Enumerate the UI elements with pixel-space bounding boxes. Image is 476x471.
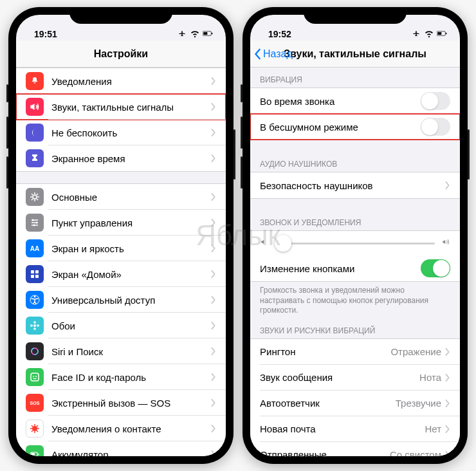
settings-row-battery[interactable]: Аккумулятор [16,441,226,456]
sounds-settings[interactable]: ВИБРАЦИЯВо время звонкаВ бесшумном режим… [250,68,460,456]
row-value: Отражение [390,346,441,357]
chevron-right-icon [211,373,216,381]
row-label: Siri и Поиск [51,346,211,357]
moon-icon [26,124,44,142]
page-title: Настройки [94,48,148,60]
row-label: Уведомления о контакте [51,423,211,434]
row-label: Основные [51,192,211,203]
volume-slider-row[interactable] [250,231,460,255]
row-label: Изменение кнопками [260,263,421,274]
notch [69,7,172,24]
settings-row-display[interactable]: AAЭкран и яркость [16,236,226,261]
svg-rect-27 [38,454,39,455]
row-value: Со свистом [390,449,441,456]
settings-row-exposure[interactable]: Уведомления о контакте [16,416,226,441]
volume-slider[interactable] [275,243,435,245]
chevron-right-icon [211,270,216,278]
svg-rect-9 [35,270,39,273]
speaker-high-icon [441,237,450,249]
chevron-right-icon [211,77,216,85]
phone-left: 19:51 Настройки УведомленияЗвуки, тактил… [8,7,233,464]
row-ringtone[interactable]: РингтонОтражение [250,339,460,365]
row-sent-mail[interactable]: ОтправленныеСо свистом [250,442,460,456]
row-value: Нет [425,423,441,434]
toggle-switch[interactable] [421,259,450,277]
row-label: Аккумулятор [51,449,211,457]
speaker-icon [26,98,44,116]
svg-point-25 [32,426,37,431]
chevron-right-icon [445,348,450,356]
back-button[interactable]: Назад [254,48,293,60]
face-icon [26,368,44,386]
chevron-right-icon [211,296,216,304]
settings-row-controlcenter[interactable]: Пункт управления [16,210,226,236]
settings-row-accessibility[interactable]: Универсальный доступ [16,287,226,313]
settings-row-wallpaper[interactable]: Обои [16,313,226,338]
phone-right: 19:52 Назад Звуки, тактильные сигналы ВИ… [243,7,468,464]
row-label: Звук сообщения [260,372,419,383]
settings-row-sos[interactable]: SOSЭкстренный вызов — SOS [16,390,226,416]
svg-point-5 [36,222,38,224]
svg-rect-8 [31,270,34,273]
chevron-right-icon [211,347,216,355]
row-label: Универсальный доступ [51,295,211,306]
section-header-headphone: АУДИО НАУШНИКОВ [250,152,460,172]
row-new-mail[interactable]: Новая почтаНет [250,416,460,442]
chevron-right-icon [211,450,216,456]
settings-row-screentime[interactable]: Экранное время [16,145,226,171]
row-value: Трезвучие [396,398,441,409]
nav-bar: Назад Звуки, тактильные сигналы [250,41,460,68]
svg-rect-28 [32,453,35,456]
bell-icon [26,72,44,90]
svg-rect-31 [446,33,446,35]
battery-icon [437,29,447,39]
battery-icon [26,445,44,456]
sliders-icon [26,214,44,232]
page-title: Звуки, тактильные сигналы [284,48,426,60]
toggle-row-change-buttons[interactable]: Изменение кнопками [250,255,460,281]
wifi-icon [190,29,200,39]
hourglass-icon [26,149,44,167]
row-label: Звуки, тактильные сигналы [51,102,211,113]
toggle-row-silent-vibrate[interactable]: В бесшумном режиме [250,114,460,140]
toggle-switch[interactable] [421,118,450,136]
section-header-ringer: ЗВОНОК И УВЕДОМЛЕНИЯ [250,210,460,230]
section-header-patterns: ЗВУКИ И РИСУНКИ ВИБРАЦИЙ [250,319,460,338]
sos-icon: SOS [26,394,44,412]
airplane-icon [177,29,187,39]
row-headphone-safety[interactable]: Безопасность наушников [250,172,460,198]
row-voicemail[interactable]: АвтоответчикТрезвучие [250,391,460,416]
svg-point-14 [33,324,36,327]
row-label: Обои [51,320,211,331]
airplane-icon [411,29,421,39]
section-footer: Громкость звонка и уведомлений можно нас… [250,282,460,319]
settings-row-home[interactable]: Экран «Домой» [16,261,226,287]
svg-point-3 [33,195,37,199]
toggle-row-ring-vibrate[interactable]: Во время звонка [250,88,460,114]
row-label: Рингтон [260,346,390,357]
status-time: 19:51 [34,29,57,39]
svg-point-22 [33,376,34,377]
toggle-switch[interactable] [421,92,450,110]
svg-point-12 [34,296,36,298]
settings-row-general[interactable]: Основные [16,184,226,210]
chevron-right-icon [211,154,216,162]
settings-row-siri[interactable]: Siri и Поиск [16,338,226,364]
row-label: Экран «Домой» [51,269,211,280]
row-label: Уведомления [51,76,211,87]
row-text-tone[interactable]: Звук сообщенияНота [250,365,460,391]
svg-point-17 [30,324,33,327]
siri-icon [26,342,44,360]
settings-list[interactable]: УведомленияЗвуки, тактильные сигналыНе б… [16,68,226,456]
row-label: Во время звонка [260,96,421,107]
battery-icon [203,29,213,39]
row-label: Face ID и код-пароль [51,372,211,383]
settings-row-sounds[interactable]: Звуки, тактильные сигналы [16,94,226,120]
settings-row-notifications[interactable]: Уведомления [16,68,226,94]
row-label: Экранное время [51,153,211,164]
back-label: Назад [263,48,293,60]
settings-row-dnd[interactable]: Не беспокоить [16,120,226,145]
status-time: 19:52 [268,29,291,39]
settings-row-faceid[interactable]: Face ID и код-пароль [16,364,226,390]
row-label: В бесшумном режиме [260,122,421,133]
